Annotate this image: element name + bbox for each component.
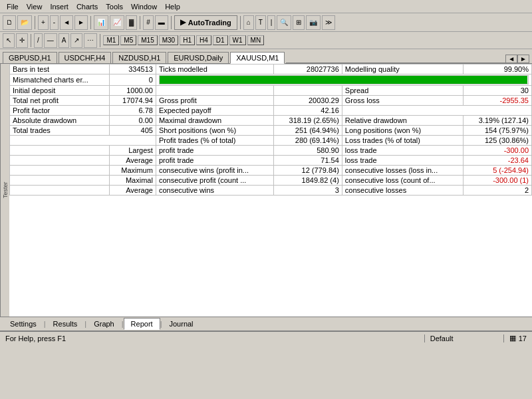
zoom-full-btn[interactable]: ⊞ bbox=[293, 15, 305, 30]
arrow-btn[interactable]: ↗ bbox=[70, 33, 82, 48]
period-m1[interactable]: M1 bbox=[103, 35, 119, 45]
cell-value: 28027736 bbox=[273, 65, 342, 74]
cell-label: Initial deposit bbox=[10, 86, 110, 96]
cell-value: 580.90 bbox=[273, 146, 342, 156]
zoom-in-btn[interactable]: + bbox=[38, 15, 49, 30]
sep4 bbox=[171, 16, 172, 29]
tab-gbpusd[interactable]: GBPUSD,H1 bbox=[3, 52, 57, 63]
cell-label: Gross loss bbox=[342, 96, 463, 106]
line-chart-btn[interactable]: 📈 bbox=[110, 15, 124, 30]
cell-value bbox=[273, 86, 342, 96]
cell-label: Spread bbox=[342, 86, 463, 96]
cell-label: consecutive losses bbox=[342, 186, 463, 196]
cell-sublabel: Average bbox=[110, 156, 156, 166]
candle-btn[interactable]: ▓ bbox=[126, 15, 137, 30]
bottom-tab-settings[interactable]: Settings bbox=[3, 318, 44, 330]
fib-btn[interactable]: ⋯ bbox=[84, 33, 97, 48]
bottom-tab-graph[interactable]: Graph bbox=[86, 318, 122, 330]
menu-file[interactable]: File bbox=[3, 3, 23, 11]
text-btn[interactable]: A bbox=[59, 33, 70, 48]
cell-label: profit trade bbox=[156, 156, 273, 166]
new-chart-btn[interactable]: 🗋 bbox=[3, 15, 16, 30]
period-m5[interactable]: M5 bbox=[120, 35, 136, 45]
cursor-btn[interactable]: ↖ bbox=[3, 33, 15, 48]
cell-sublabel: Average bbox=[110, 186, 156, 196]
period-h4[interactable]: H4 bbox=[196, 35, 211, 45]
period-d1[interactable]: D1 bbox=[213, 35, 228, 45]
tab-nzdusd[interactable]: NZDUSD,H1 bbox=[112, 52, 166, 63]
cell-label bbox=[156, 86, 273, 96]
menu-insert[interactable]: Insert bbox=[46, 3, 72, 11]
chart-type-btn[interactable]: 📊 bbox=[94, 15, 108, 30]
cell-value: 42.16 bbox=[273, 106, 342, 116]
zoom-out-btn[interactable]: - bbox=[50, 15, 59, 30]
period-sep-btn[interactable]: | bbox=[267, 15, 276, 30]
tab-eurusd[interactable]: EURUSD,Daily bbox=[168, 52, 229, 63]
bottom-tab-results[interactable]: Results bbox=[46, 318, 85, 330]
menu-help[interactable]: Help bbox=[161, 3, 184, 11]
report-content[interactable]: Bars in test 334513 Ticks modelled 28027… bbox=[9, 64, 532, 317]
scroll-right-btn[interactable]: ► bbox=[74, 15, 88, 30]
cell-label: Ticks modelled bbox=[156, 65, 273, 74]
table-row: Profit factor 6.78 Expected payoff 42.16 bbox=[10, 106, 532, 116]
table-row: Profit trades (% of total) 280 (69.14%) … bbox=[10, 136, 532, 146]
cell-value: -2955.35 bbox=[463, 96, 531, 106]
period-m30[interactable]: M30 bbox=[159, 35, 178, 45]
toolbar1: 🗋 📂 + - ◄ ► 📊 📈 ▓ # ▬ ▶ AutoTrading ⌂ T … bbox=[0, 13, 532, 32]
menu-view[interactable]: View bbox=[23, 3, 47, 11]
volume-btn[interactable]: ▬ bbox=[155, 15, 168, 30]
cell-label: Loss trades (% of total) bbox=[342, 136, 463, 146]
screenshot-btn[interactable]: 📷 bbox=[306, 15, 321, 30]
period-m15[interactable]: M15 bbox=[138, 35, 157, 45]
cell-value: 2 bbox=[463, 186, 531, 196]
grid-btn[interactable]: # bbox=[143, 15, 154, 30]
tab-scroll-left[interactable]: ◄ bbox=[505, 55, 517, 63]
tab-xauusd[interactable]: XAUUSD,M1 bbox=[230, 52, 285, 64]
bottom-tab-report[interactable]: Report bbox=[124, 318, 160, 330]
cell-value: 251 (64.94%) bbox=[273, 126, 342, 136]
bottom-tab-journal[interactable]: Journal bbox=[162, 318, 200, 330]
menu-charts[interactable]: Charts bbox=[72, 3, 102, 11]
cell-empty bbox=[10, 146, 110, 156]
hline-btn[interactable]: — bbox=[44, 33, 57, 48]
cell-value: 125 (30.86%) bbox=[463, 136, 531, 146]
period-h1[interactable]: H1 bbox=[180, 35, 195, 45]
status-default: Default bbox=[424, 334, 504, 342]
template-btn[interactable]: T bbox=[255, 15, 266, 30]
cell-value: 154 (75.97%) bbox=[463, 126, 531, 136]
cell-label: Expected payoff bbox=[156, 106, 273, 116]
main-area: Tester Bars in test 334513 Ticks modelle… bbox=[0, 64, 532, 317]
cell-value: 0 bbox=[110, 74, 156, 86]
cell-value: 12 (779.84) bbox=[273, 166, 342, 176]
cell-value: 318.19 (2.65%) bbox=[273, 116, 342, 126]
period-w1[interactable]: W1 bbox=[229, 35, 246, 45]
period-mn[interactable]: MN bbox=[247, 35, 265, 45]
table-row: Average consecutive wins 3 consecutive l… bbox=[10, 186, 532, 196]
sep2 bbox=[90, 16, 91, 29]
menubar: File View Insert Charts Tools Window Hel… bbox=[0, 0, 532, 13]
autotrading-btn[interactable]: ▶ AutoTrading bbox=[174, 15, 237, 30]
tab-scroll-right[interactable]: ► bbox=[517, 55, 529, 63]
menu-tools[interactable]: Tools bbox=[102, 3, 127, 11]
sep1 bbox=[35, 16, 35, 29]
tab-usdchf[interactable]: USDCHF,H4 bbox=[59, 52, 112, 63]
open-btn[interactable]: 📂 bbox=[17, 15, 32, 30]
indicator-btn[interactable]: ⌂ bbox=[243, 15, 254, 30]
statusbar: For Help, press F1 Default ▦ 17 bbox=[0, 331, 532, 344]
cell-empty bbox=[10, 136, 156, 146]
cell-value: 20030.29 bbox=[273, 96, 342, 106]
sep6 bbox=[31, 34, 31, 47]
table-row: Maximal consecutive profit (count ... 18… bbox=[10, 176, 532, 186]
menu-window[interactable]: Window bbox=[127, 3, 161, 11]
magnify-btn[interactable]: 🔍 bbox=[277, 15, 291, 30]
chart-tabs: GBPUSD,H1 USDCHF,H4 NZDUSD,H1 EURUSD,Dai… bbox=[0, 49, 532, 64]
more-btn[interactable]: ≫ bbox=[322, 15, 335, 30]
scroll-left-btn[interactable]: ◄ bbox=[60, 15, 73, 30]
crosshair-btn[interactable]: ✛ bbox=[16, 33, 28, 48]
cell-value: 3.19% (127.14) bbox=[463, 116, 531, 126]
status-help: For Help, press F1 bbox=[0, 334, 424, 342]
cell-label: loss trade bbox=[342, 156, 463, 166]
line-btn[interactable]: / bbox=[34, 33, 43, 48]
autotrading-icon: ▶ bbox=[180, 18, 186, 27]
cell-value: -300.00 (1) bbox=[463, 176, 531, 186]
